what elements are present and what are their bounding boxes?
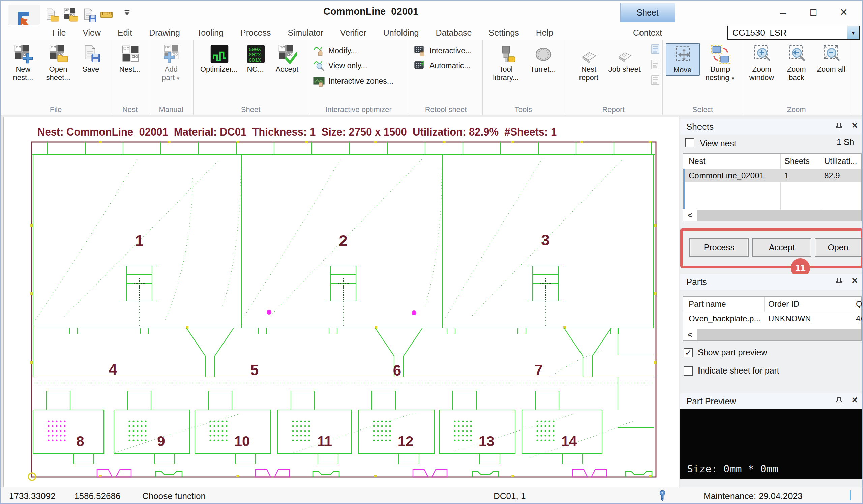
retool-automatic-icon bbox=[414, 60, 426, 72]
retool-automatic-button[interactable]: Automatic... bbox=[414, 60, 478, 72]
report-doc-icon[interactable] bbox=[650, 59, 661, 71]
sheet-count-label: 1 Sh bbox=[837, 137, 859, 147]
quick-open-sheet-icon[interactable] bbox=[45, 8, 61, 23]
report-mini-buttons bbox=[650, 44, 661, 86]
close-icon[interactable]: × bbox=[852, 394, 858, 405]
menu-unfolding[interactable]: Unfolding bbox=[375, 28, 427, 38]
menu-help[interactable]: Help bbox=[528, 28, 562, 38]
menu-settings[interactable]: Settings bbox=[480, 28, 527, 38]
parts-table-row[interactable]: Oven_backplate.p... UNKNOWN 4/ bbox=[683, 312, 861, 325]
chevron-down-icon[interactable]: ▼ bbox=[847, 26, 859, 39]
nest-report-button[interactable]: Nest report bbox=[572, 43, 606, 82]
open-sheet-button[interactable]: Open sheet... bbox=[41, 43, 75, 82]
report-doc-blue-icon[interactable] bbox=[650, 44, 661, 55]
quick-measure-icon[interactable] bbox=[99, 8, 115, 23]
part10-dot-grid bbox=[209, 420, 227, 441]
menu-drawing[interactable]: Drawing bbox=[140, 28, 188, 38]
window-center-marks bbox=[134, 278, 551, 301]
parts-hscrollbar[interactable]: < bbox=[683, 329, 861, 340]
part-preview-header: Part Preview × bbox=[680, 393, 863, 409]
bump-nesting-button[interactable]: Bump nesting▼ bbox=[701, 43, 740, 82]
modify-icon bbox=[313, 45, 325, 56]
menu-edit[interactable]: Edit bbox=[109, 28, 140, 38]
col-nest[interactable]: Nest bbox=[689, 156, 705, 166]
retool-interactive-icon bbox=[414, 45, 426, 56]
menu-verifier[interactable]: Verifier bbox=[332, 28, 375, 38]
cursor-x: 1733.33092 bbox=[9, 491, 55, 501]
new-nest-button[interactable]: New nest... bbox=[7, 43, 40, 82]
scroll-left-icon[interactable]: < bbox=[683, 329, 697, 340]
part-size-label: Size: 0mm * 0mm bbox=[687, 463, 778, 475]
parts-table[interactable]: Part name Order ID Qu Oven_backplate.p..… bbox=[683, 296, 862, 341]
save-button[interactable]: Save bbox=[76, 43, 105, 74]
show-part-preview-checkbox[interactable]: ✓ bbox=[684, 348, 693, 357]
menu-file[interactable]: File bbox=[44, 28, 74, 38]
move-button[interactable]: Move bbox=[666, 43, 700, 76]
quick-access-overflow-icon[interactable] bbox=[123, 10, 131, 17]
open-sheet-panel-button[interactable]: Open bbox=[815, 238, 861, 257]
sheets-table[interactable]: Nest Sheets Utilizati... CommonLine_0200… bbox=[683, 153, 862, 222]
menu-tooling[interactable]: Tooling bbox=[188, 28, 232, 38]
menu-simulator[interactable]: Simulator bbox=[279, 28, 332, 38]
close-icon[interactable]: × bbox=[852, 120, 858, 131]
quick-save-icon[interactable] bbox=[82, 8, 98, 23]
menu-database[interactable]: Database bbox=[427, 28, 480, 38]
process-button[interactable]: Process bbox=[689, 238, 749, 257]
pin-icon[interactable] bbox=[835, 122, 843, 131]
optimizer-button[interactable]: Optimizer... bbox=[198, 43, 241, 74]
quick-open-nest-icon[interactable] bbox=[63, 8, 79, 23]
scroll-left-icon[interactable]: < bbox=[683, 210, 697, 221]
part-label: 2 bbox=[339, 232, 348, 250]
selection-accent bbox=[683, 168, 685, 209]
close-icon[interactable]: × bbox=[852, 275, 858, 286]
zoom-all-button[interactable]: Zoom all bbox=[814, 43, 848, 74]
sheet-border bbox=[32, 142, 656, 477]
menu-view[interactable]: View bbox=[74, 28, 109, 38]
nc-button[interactable]: NC... bbox=[242, 43, 269, 74]
sheets-table-row[interactable]: CommonLine_02001 1 82.9 bbox=[683, 169, 861, 182]
pin-icon[interactable] bbox=[835, 396, 843, 406]
zoom-back-button[interactable]: Zoom back bbox=[780, 43, 813, 82]
turret-button[interactable]: Turret... bbox=[526, 43, 560, 74]
col-utilization[interactable]: Utilizati... bbox=[824, 156, 857, 166]
tool-library-button[interactable]: Tool library... bbox=[487, 43, 525, 82]
accept-button[interactable]: Accept bbox=[270, 43, 304, 74]
retool-interactive-button[interactable]: Interactive... bbox=[414, 45, 478, 56]
tab-sheet[interactable]: Sheet bbox=[620, 3, 675, 22]
menu-process[interactable]: Process bbox=[232, 28, 279, 38]
nest-canvas[interactable]: Nest: CommonLine_02001 Material: DC01 Th… bbox=[3, 117, 679, 487]
accept-sheet-button[interactable]: Accept bbox=[752, 238, 811, 257]
view-nest-checkbox[interactable] bbox=[685, 138, 695, 147]
minimize-button[interactable]: – bbox=[768, 4, 798, 20]
parts-panel-header: Parts × bbox=[680, 274, 863, 290]
interactive-zones-button[interactable]: Interactive zones... bbox=[313, 75, 404, 87]
col-order-id[interactable]: Order ID bbox=[768, 299, 799, 309]
menu-context[interactable]: Context bbox=[620, 28, 675, 38]
application-window: CommonLine_02001 Sheet – □ × File View E… bbox=[0, 0, 863, 504]
pin-icon[interactable] bbox=[835, 277, 843, 287]
cursor-y: 1586.52686 bbox=[74, 491, 120, 501]
sheets-hscrollbar[interactable]: < bbox=[683, 210, 861, 221]
part-label: 8 bbox=[76, 433, 84, 449]
nest-button[interactable]: Nest... bbox=[113, 43, 147, 74]
ribbon-group-retool-sheet: Interactive... Automatic... Retool sheet bbox=[409, 40, 483, 115]
modify-button[interactable]: Modify... bbox=[313, 45, 404, 56]
col-quantity[interactable]: Qu bbox=[856, 299, 863, 309]
maintenance-key-icon[interactable] bbox=[658, 490, 667, 502]
turret-icon bbox=[533, 44, 553, 65]
col-sheets[interactable]: Sheets bbox=[785, 156, 810, 166]
maximize-button[interactable]: □ bbox=[798, 4, 829, 20]
sheets-panel-title: Sheets bbox=[680, 122, 714, 132]
job-sheet-button[interactable]: Job sheet bbox=[608, 43, 641, 74]
close-button[interactable]: × bbox=[829, 4, 859, 20]
col-part-name[interactable]: Part name bbox=[689, 299, 726, 309]
indicate-sheet-checkbox[interactable] bbox=[684, 366, 693, 376]
part-label: 1 bbox=[135, 232, 143, 250]
view-only-button[interactable]: View only... bbox=[313, 60, 404, 72]
machine-selector[interactable]: CG1530_LSR ▼ bbox=[727, 26, 860, 40]
zoom-window-button[interactable]: Zoom window bbox=[745, 43, 778, 82]
report-doc-icon[interactable] bbox=[650, 75, 661, 86]
add-part-button[interactable]: Add part▼ bbox=[154, 43, 188, 82]
bump-nesting-icon bbox=[710, 44, 730, 65]
part14-dot-grid bbox=[536, 420, 554, 441]
